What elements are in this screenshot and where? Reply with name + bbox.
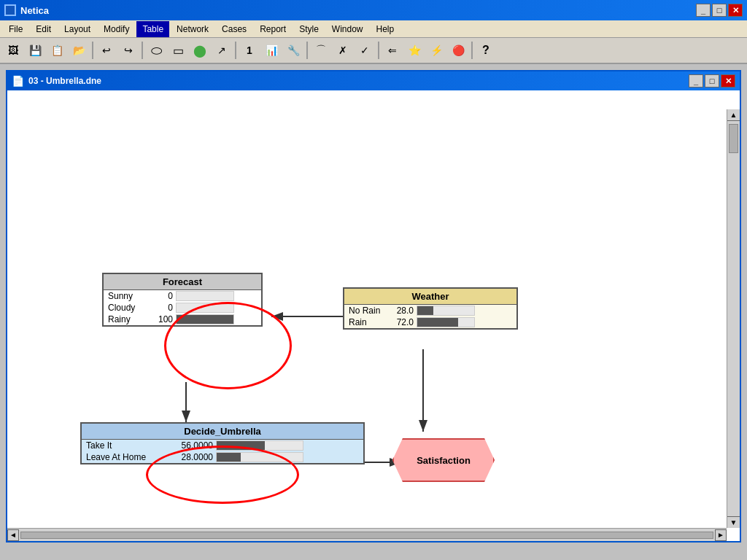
decide-umbrella-header: Decide_Umbrella — [82, 424, 363, 440]
decide-row-takeit: Take It 56.0000 — [82, 440, 363, 451]
forecast-value-cloudy: 0 — [151, 303, 173, 313]
toolbar-chart-icon[interactable]: 📊 — [261, 40, 282, 61]
toolbar-check-icon[interactable]: ✓ — [355, 40, 375, 61]
forecast-label-cloudy: Cloudy — [108, 303, 148, 313]
window-controls: _ □ ✕ — [696, 4, 743, 17]
toolbar-separator-1 — [92, 42, 93, 59]
toolbar-red-icon[interactable]: 🔴 — [448, 40, 468, 61]
weather-label-norain: No Rain — [349, 306, 389, 316]
toolbar-lightning-icon[interactable]: ⚡ — [426, 40, 446, 61]
forecast-row-sunny: Sunny 0 — [104, 290, 261, 302]
decide-umbrella-node[interactable]: Decide_Umbrella Take It 56.0000 Leave At… — [80, 422, 365, 464]
toolbar-undo-icon[interactable]: ↩ — [96, 40, 117, 61]
app-title: Netica — [20, 5, 49, 16]
menu-report[interactable]: Report — [254, 21, 292, 37]
decide-bar-container-takeit — [216, 440, 303, 451]
title-bar: Netica _ □ ✕ — [0, 0, 747, 20]
toolbar-cross-icon[interactable]: ✗ — [333, 40, 353, 61]
menu-table[interactable]: Table — [136, 21, 169, 37]
weather-bar-container-norain — [417, 306, 475, 316]
decide-bar-leavehome — [217, 453, 241, 462]
network-canvas-area: Forecast Sunny 0 Cloudy 0 Ra — [7, 90, 740, 541]
menu-edit[interactable]: Edit — [30, 21, 57, 37]
forecast-bar-container-cloudy — [176, 303, 234, 313]
scrollbar-vertical[interactable]: ▲ ▼ — [727, 109, 740, 528]
toolbar-circle-icon[interactable]: ⬤ — [190, 40, 210, 61]
weather-label-rain: Rain — [349, 317, 389, 327]
toolbar-separator-6 — [471, 42, 473, 59]
toolbar: 🖼 💾 📋 📂 ↩ ↪ ⬭ ▭ ⬤ ↗ 1 📊 🔧 ⌒ ✗ ✓ ⇐ ⭐ ⚡ 🔴 … — [0, 38, 747, 64]
toolbar-open-icon[interactable]: 🖼 — [3, 40, 23, 61]
toolbar-folder-icon[interactable]: 📂 — [69, 40, 89, 61]
app-icon — [4, 4, 16, 16]
forecast-label-rainy: Rainy — [108, 314, 148, 324]
toolbar-compile-icon[interactable]: 🔧 — [283, 40, 303, 61]
menu-bar: File Edit Layout Modify Table Network Ca… — [0, 20, 747, 38]
toolbar-one-icon[interactable]: 1 — [239, 40, 260, 61]
inner-window-controls: _ □ ✕ — [689, 74, 735, 88]
toolbar-save-icon[interactable]: 💾 — [25, 40, 45, 61]
scroll-thumb-vertical[interactable] — [729, 124, 738, 153]
weather-row-norain: No Rain 28.0 — [344, 305, 516, 316]
menu-window[interactable]: Window — [326, 21, 369, 37]
forecast-bar-container-sunny — [176, 291, 234, 301]
doc-icon: 📄 — [12, 75, 24, 87]
menu-file[interactable]: File — [3, 21, 28, 37]
minimize-button[interactable]: _ — [696, 4, 711, 17]
weather-bar-container-rain — [417, 317, 475, 327]
toolbar-star-icon[interactable]: ⭐ — [404, 40, 425, 61]
inner-title-bar: 📄 03 - Umbrella.dne _ □ ✕ — [7, 71, 740, 90]
inner-maximize-button[interactable]: □ — [705, 74, 719, 88]
scrollbar-horizontal[interactable]: ◄ ► — [7, 528, 727, 541]
forecast-node[interactable]: Forecast Sunny 0 Cloudy 0 Ra — [102, 273, 263, 327]
scroll-right-button[interactable]: ► — [715, 529, 727, 541]
menu-network[interactable]: Network — [171, 21, 214, 37]
menu-help[interactable]: Help — [371, 21, 400, 37]
satisfaction-label: Satisfaction — [417, 455, 471, 466]
inner-minimize-button[interactable]: _ — [689, 74, 703, 88]
menu-layout[interactable]: Layout — [58, 21, 96, 37]
decide-value-leavehome: 28.0000 — [162, 452, 213, 462]
toolbar-rect-icon[interactable]: ▭ — [168, 40, 188, 61]
weather-value-norain: 28.0 — [392, 306, 414, 316]
scroll-up-button[interactable]: ▲ — [727, 109, 740, 121]
toolbar-help-icon[interactable]: ? — [476, 40, 496, 61]
scroll-down-button[interactable]: ▼ — [727, 516, 740, 528]
close-button[interactable]: ✕ — [728, 4, 743, 17]
menu-cases[interactable]: Cases — [216, 21, 252, 37]
scroll-thumb-horizontal[interactable] — [20, 532, 713, 539]
forecast-label-sunny: Sunny — [108, 291, 148, 301]
inner-close-button[interactable]: ✕ — [721, 74, 735, 88]
toolbar-arrow-icon[interactable]: ↗ — [212, 40, 232, 61]
scroll-left-button[interactable]: ◄ — [7, 529, 19, 541]
toolbar-separator-4 — [306, 42, 308, 59]
toolbar-separator-3 — [235, 42, 236, 59]
forecast-header: Forecast — [104, 274, 261, 290]
forecast-value-sunny: 0 — [151, 291, 173, 301]
toolbar-separator-2 — [142, 42, 143, 59]
decide-label-leavehome: Leave At Home — [86, 452, 159, 462]
decide-value-takeit: 56.0000 — [162, 440, 213, 451]
decide-bar-container-leavehome — [216, 452, 303, 462]
inner-window: 📄 03 - Umbrella.dne _ □ ✕ — [6, 70, 741, 542]
menu-style[interactable]: Style — [293, 21, 325, 37]
toolbar-redo-icon[interactable]: ↪ — [118, 40, 139, 61]
satisfaction-node[interactable]: Satisfaction — [392, 438, 495, 482]
forecast-value-rainy: 100 — [151, 314, 173, 324]
maximize-button[interactable]: □ — [712, 4, 727, 17]
forecast-bar-container-rainy — [176, 314, 234, 324]
weather-body: No Rain 28.0 Rain 72.0 — [344, 305, 516, 328]
decide-umbrella-body: Take It 56.0000 Leave At Home 28.0000 — [82, 440, 363, 463]
weather-bar-norain — [417, 306, 433, 315]
weather-value-rain: 72.0 — [392, 317, 414, 327]
toolbar-arc-icon[interactable]: ⌒ — [311, 40, 331, 61]
forecast-row-cloudy: Cloudy 0 — [104, 302, 261, 314]
weather-header: Weather — [344, 289, 516, 305]
toolbar-oval-icon[interactable]: ⬭ — [146, 40, 166, 61]
weather-row-rain: Rain 72.0 — [344, 316, 516, 328]
weather-node[interactable]: Weather No Rain 28.0 Rain 72.0 — [343, 287, 518, 330]
menu-modify[interactable]: Modify — [98, 21, 135, 37]
toolbar-left-arrow-icon[interactable]: ⇐ — [382, 40, 403, 61]
decide-row-leavehome: Leave At Home 28.0000 — [82, 451, 363, 463]
toolbar-copy-icon[interactable]: 📋 — [47, 40, 67, 61]
